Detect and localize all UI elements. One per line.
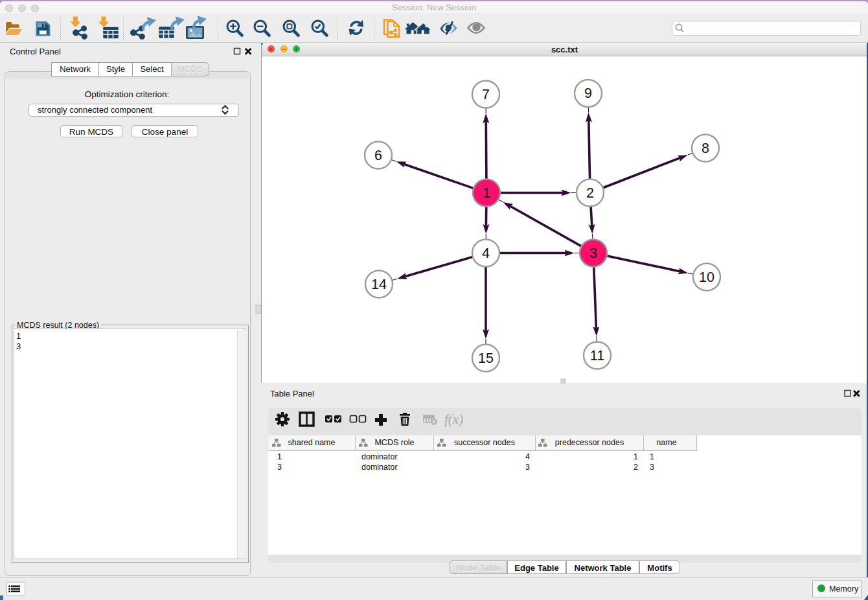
svg-text:Memory: Memory <box>829 584 859 594</box>
